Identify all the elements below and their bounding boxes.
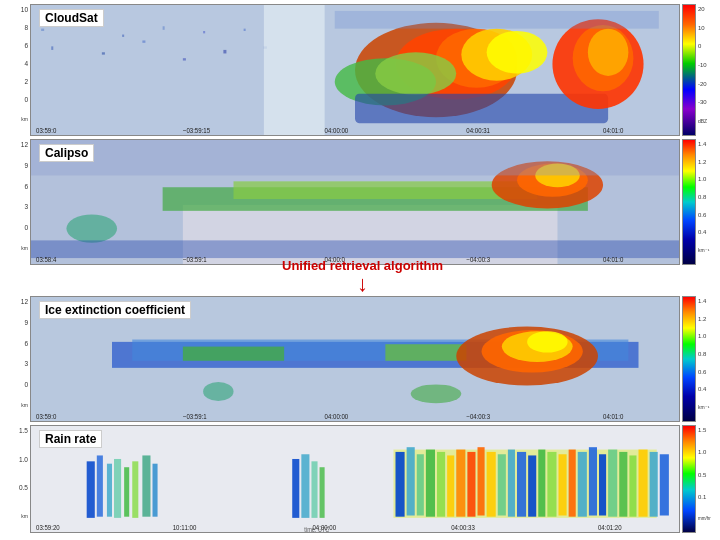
svg-rect-100 <box>608 450 617 517</box>
cloudsat-colorbar-ticks: 20 10 0 -10 -20 -30 dBZ <box>696 4 718 136</box>
svg-rect-8 <box>163 26 165 30</box>
svg-text:04:01:0: 04:01:0 <box>603 255 624 263</box>
svg-text:03:59:0: 03:59:0 <box>36 126 57 134</box>
svg-text:~03:59:1: ~03:59:1 <box>183 412 207 420</box>
svg-rect-42 <box>31 140 679 175</box>
svg-rect-52 <box>183 347 284 361</box>
svg-rect-81 <box>417 454 424 515</box>
calipso-y-axis-left: 12 9 6 3 0 km <box>2 139 30 265</box>
main-container: 10 8 6 4 2 0 km CloudSat <box>0 0 720 540</box>
svg-rect-67 <box>97 455 103 516</box>
svg-point-25 <box>588 29 629 76</box>
svg-rect-94 <box>547 452 556 517</box>
ice-colorbar <box>682 296 696 422</box>
svg-rect-97 <box>578 452 587 517</box>
rain-colorbar <box>682 425 696 533</box>
svg-rect-73 <box>153 464 158 517</box>
svg-rect-77 <box>320 467 325 518</box>
svg-point-59 <box>411 384 462 403</box>
svg-rect-91 <box>517 452 526 517</box>
svg-text:03:59:20: 03:59:20 <box>36 523 60 531</box>
svg-point-19 <box>487 31 548 74</box>
svg-rect-12 <box>244 29 246 31</box>
svg-rect-76 <box>311 461 317 518</box>
svg-rect-98 <box>589 447 597 515</box>
svg-rect-82 <box>426 450 435 517</box>
svg-rect-14 <box>264 5 325 135</box>
svg-text:04:00:31: 04:00:31 <box>466 126 490 134</box>
svg-rect-68 <box>107 464 112 517</box>
svg-rect-86 <box>467 452 475 517</box>
svg-text:~03:59:1: ~03:59:1 <box>183 255 207 263</box>
svg-text:time, UTC: time, UTC <box>304 527 330 532</box>
cloudsat-panel: 10 8 6 4 2 0 km CloudSat <box>2 4 718 136</box>
svg-text:~04:00:3: ~04:00:3 <box>466 255 490 263</box>
svg-rect-84 <box>447 455 454 516</box>
svg-rect-79 <box>396 452 405 517</box>
svg-text:04:00:00: 04:00:00 <box>325 412 349 420</box>
svg-rect-3 <box>51 46 53 50</box>
rain-plot: Rain rate <box>30 425 680 533</box>
calipso-panel: 12 9 6 3 0 km Calipso <box>2 139 718 265</box>
svg-text:~03:59:15: ~03:59:15 <box>183 126 210 134</box>
svg-text:04:00:33: 04:00:33 <box>451 523 475 531</box>
rain-y-axis-left: 1.5 1.0 0.5 km <box>2 425 30 533</box>
svg-rect-2 <box>41 29 44 31</box>
ice-plot: Ice extinction coefficient <box>30 296 680 422</box>
svg-text:03:59:0: 03:59:0 <box>36 412 57 420</box>
svg-text:03:58:4: 03:58:4 <box>36 255 57 263</box>
svg-rect-69 <box>114 459 121 518</box>
annotation-row: Unified retrieval algorithm ↓ <box>2 268 718 296</box>
svg-rect-41 <box>31 240 679 258</box>
rain-colorbar-ticks: 1.5 1.0 0.5 0.1 mm/hr <box>696 425 718 533</box>
svg-rect-104 <box>650 452 658 517</box>
ice-label: Ice extinction coefficient <box>39 301 191 319</box>
svg-text:10:11:00: 10:11:00 <box>173 523 197 531</box>
svg-rect-7 <box>142 40 145 42</box>
calipso-label: Calipso <box>39 144 94 162</box>
svg-text:04:01:0: 04:01:0 <box>603 126 624 134</box>
svg-rect-103 <box>639 450 648 517</box>
cloudsat-label: CloudSat <box>39 9 104 27</box>
ice-extinction-panel: 12 9 6 3 0 km Ice extinction coefficient <box>2 296 718 422</box>
svg-rect-36 <box>234 181 538 199</box>
svg-point-57 <box>527 331 568 352</box>
svg-rect-99 <box>599 454 606 515</box>
svg-rect-102 <box>629 455 636 516</box>
svg-rect-72 <box>142 455 150 516</box>
svg-text:04:01:20: 04:01:20 <box>598 523 622 531</box>
svg-point-58 <box>203 382 233 401</box>
unified-retrieval-annotation: Unified retrieval algorithm ↓ <box>282 258 443 295</box>
svg-rect-80 <box>407 447 415 515</box>
svg-rect-93 <box>538 450 545 517</box>
calipso-colorbar-ticks: 1.4 1.2 1.0 0.8 0.6 0.4 km⁻¹ <box>696 139 718 265</box>
svg-rect-87 <box>478 447 485 515</box>
rain-label: Rain rate <box>39 430 102 448</box>
svg-rect-83 <box>437 452 445 517</box>
svg-rect-53 <box>385 344 466 361</box>
cloudsat-plot: CloudSat <box>30 4 680 136</box>
calipso-colorbar <box>682 139 696 265</box>
cloudsat-colorbar <box>682 4 696 136</box>
calipso-plot: Calipso <box>30 139 680 265</box>
annotation-arrow: ↓ <box>357 273 368 295</box>
svg-rect-11 <box>223 50 226 54</box>
svg-rect-101 <box>619 452 627 517</box>
ice-y-axis-left: 12 9 6 3 0 km <box>2 296 30 422</box>
svg-rect-71 <box>132 461 138 518</box>
svg-point-21 <box>375 52 456 95</box>
svg-rect-66 <box>87 461 95 518</box>
svg-rect-95 <box>559 454 567 515</box>
rain-rate-panel: 1.5 1.0 0.5 km Rain rate <box>2 425 718 533</box>
svg-point-40 <box>66 214 117 242</box>
svg-rect-88 <box>487 452 496 517</box>
svg-text:04:00:00: 04:00:00 <box>325 126 349 134</box>
svg-rect-85 <box>456 450 465 517</box>
svg-rect-10 <box>203 31 205 33</box>
svg-rect-75 <box>301 454 309 518</box>
svg-rect-105 <box>660 454 669 515</box>
svg-rect-90 <box>508 450 515 517</box>
cloudsat-y-axis-left: 10 8 6 4 2 0 km <box>2 4 30 136</box>
svg-rect-70 <box>124 467 129 516</box>
svg-rect-92 <box>528 455 536 516</box>
